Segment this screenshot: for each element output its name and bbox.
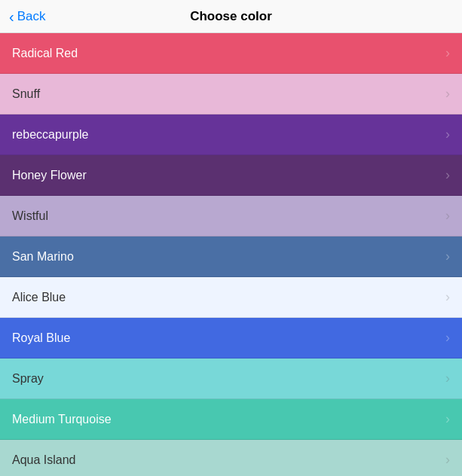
- color-item-rebeccapurple[interactable]: rebeccapurple›: [0, 114, 462, 155]
- color-label-spray: Spray: [12, 372, 44, 386]
- color-label-wistful: Wistful: [12, 209, 48, 223]
- color-label-radical-red: Radical Red: [12, 47, 78, 60]
- color-label-snuff: Snuff: [12, 87, 40, 101]
- chevron-right-icon: ›: [445, 167, 450, 183]
- color-item-royal-blue[interactable]: Royal Blue›: [0, 318, 462, 359]
- color-label-rebeccapurple: rebeccapurple: [12, 128, 88, 142]
- chevron-right-icon: ›: [445, 371, 450, 386]
- color-label-medium-turquoise: Medium Turquoise: [12, 413, 112, 426]
- color-item-honey-flower[interactable]: Honey Flower›: [0, 155, 462, 196]
- chevron-right-icon: ›: [445, 452, 450, 468]
- chevron-right-icon: ›: [445, 249, 450, 264]
- chevron-right-icon: ›: [445, 208, 450, 224]
- back-chevron-icon: ‹: [9, 9, 14, 24]
- chevron-right-icon: ›: [445, 289, 450, 305]
- chevron-right-icon: ›: [445, 86, 450, 102]
- back-label: Back: [17, 9, 46, 24]
- color-label-royal-blue: Royal Blue: [12, 331, 70, 345]
- color-label-aqua-island: Aqua Island: [12, 453, 76, 467]
- color-item-snuff[interactable]: Snuff›: [0, 74, 462, 114]
- color-label-honey-flower: Honey Flower: [12, 169, 87, 182]
- chevron-right-icon: ›: [445, 127, 450, 142]
- header: ‹ Back Choose color: [0, 0, 462, 33]
- color-label-alice-blue: Alice Blue: [12, 291, 66, 304]
- chevron-right-icon: ›: [445, 330, 450, 346]
- back-button[interactable]: ‹ Back: [9, 9, 45, 24]
- color-item-radical-red[interactable]: Radical Red›: [0, 33, 462, 74]
- color-label-san-marino: San Marino: [12, 250, 74, 264]
- color-item-san-marino[interactable]: San Marino›: [0, 236, 462, 277]
- color-item-aqua-island[interactable]: Aqua Island›: [0, 440, 462, 476]
- page-title: Choose color: [190, 9, 272, 24]
- color-list: Radical Red›Snuff›rebeccapurple›Honey Fl…: [0, 33, 462, 476]
- chevron-right-icon: ›: [445, 45, 450, 61]
- color-item-alice-blue[interactable]: Alice Blue›: [0, 277, 462, 318]
- chevron-right-icon: ›: [445, 411, 450, 427]
- color-item-medium-turquoise[interactable]: Medium Turquoise›: [0, 399, 462, 440]
- color-item-wistful[interactable]: Wistful›: [0, 196, 462, 236]
- color-item-spray[interactable]: Spray›: [0, 359, 462, 399]
